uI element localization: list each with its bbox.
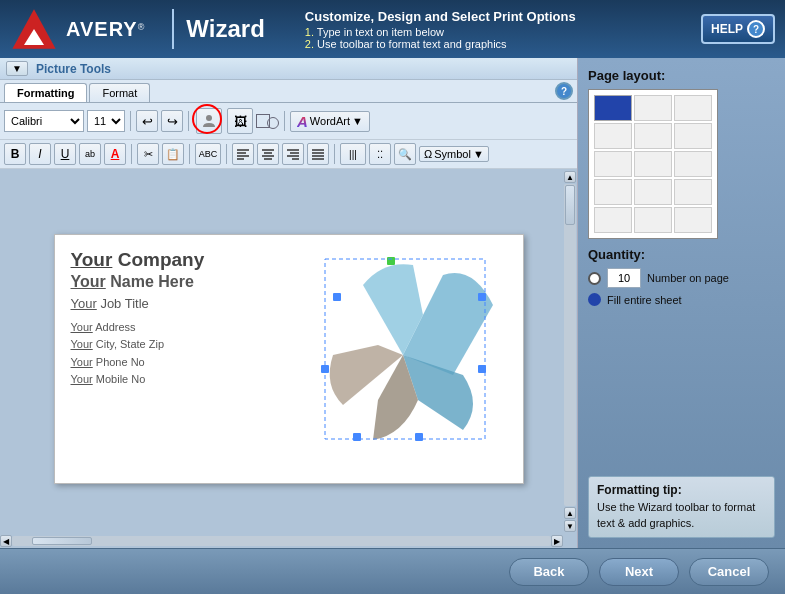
align-left-button[interactable] [232, 143, 254, 165]
horizontal-scrollbar[interactable]: ◀ ▶ [0, 534, 563, 548]
toolbar-tabs: Formatting Format ? [0, 80, 577, 103]
scroll-right-button[interactable]: ▶ [551, 535, 563, 547]
right-panel: Page layout: [578, 58, 785, 548]
vertical-scrollbar[interactable]: ▲ ▲ ▼ [563, 169, 577, 534]
label-preview[interactable]: Your Company Your Name Here Your Job Tit… [54, 234, 524, 484]
page-cell [634, 95, 672, 121]
avery-logo: AVERY® [10, 7, 144, 51]
help-tab-icon[interactable]: ? [555, 82, 573, 100]
page-cell [594, 151, 632, 177]
page-cell [674, 123, 712, 149]
page-cell [594, 123, 632, 149]
footer: Back Next Cancel [0, 548, 785, 594]
toolbar-sep-4 [131, 144, 132, 164]
back-button[interactable]: Back [509, 558, 589, 586]
number-on-page-label: Number on page [647, 272, 729, 284]
svg-rect-18 [333, 293, 341, 301]
svg-rect-17 [387, 257, 395, 265]
bold-button[interactable]: B [4, 143, 26, 165]
cancel-button[interactable]: Cancel [689, 558, 769, 586]
scroll-track-v [564, 184, 576, 506]
toolbar-row-2: B I U ab A ✂ 📋 ABC [0, 140, 577, 169]
wizard-label: Wizard [186, 15, 264, 43]
page-cell [634, 179, 672, 205]
avery-text: AVERY [66, 18, 138, 40]
formatting-tip-box: Formatting tip: Use the Wizard toolbar t… [588, 476, 775, 538]
toolbar-mini-arrow[interactable]: ▼ [6, 61, 28, 76]
scroll-up2-button[interactable]: ▲ [564, 507, 576, 519]
help-button[interactable]: HELP ? [701, 14, 775, 44]
radio-fill-sheet[interactable] [588, 293, 601, 306]
quantity-section: Quantity: Number on page Fill entire she… [588, 247, 775, 306]
page-layout-preview [588, 89, 718, 239]
toolbar-sep-7 [334, 144, 335, 164]
label-graphic[interactable] [303, 245, 503, 465]
page-cell [634, 207, 672, 233]
page-cell [674, 179, 712, 205]
app-header: AVERY® Wizard Customize, Design and Sele… [0, 0, 785, 58]
formatting-tip-title: Formatting tip: [597, 483, 766, 497]
scroll-left-button[interactable]: ◀ [0, 535, 12, 547]
quantity-label: Quantity: [588, 247, 775, 262]
header-instructions: Customize, Design and Select Print Optio… [305, 9, 576, 50]
radio-number-on-page[interactable] [588, 272, 601, 285]
svg-point-0 [206, 115, 212, 121]
strikethrough-button[interactable]: ab [79, 143, 101, 165]
font-name-select[interactable]: Calibri [4, 110, 84, 132]
formatting-tip-text: Use the Wizard toolbar to format text & … [597, 500, 766, 531]
page-cell [594, 179, 632, 205]
svg-rect-23 [415, 433, 423, 441]
cut-button[interactable]: ✂ [137, 143, 159, 165]
search-icon[interactable]: 🔍 [394, 143, 416, 165]
insert-image-button[interactable] [194, 106, 224, 136]
page-layout-section: Page layout: [588, 68, 775, 239]
left-panel: ▼ Picture Tools Formatting Format ? Cali… [0, 58, 578, 548]
scroll-thumb-v[interactable] [565, 185, 575, 225]
help-icon: ? [747, 20, 765, 38]
scroll-thumb-h[interactable] [32, 537, 92, 545]
page-cell-active [594, 95, 632, 121]
tab-formatting[interactable]: Formatting [4, 83, 87, 102]
next-button[interactable]: Next [599, 558, 679, 586]
toolbar-sep-3 [284, 111, 285, 131]
shapes-icon[interactable] [256, 113, 279, 129]
underline-button[interactable]: U [54, 143, 76, 165]
page-cell [634, 151, 672, 177]
font-color-button[interactable]: A [104, 143, 126, 165]
italic-button[interactable]: I [29, 143, 51, 165]
scroll-down-button[interactable]: ▼ [564, 520, 576, 532]
canvas-area: Your Company Your Name Here Your Job Tit… [0, 169, 577, 548]
main-area: ▼ Picture Tools Formatting Format ? Cali… [0, 58, 785, 548]
svg-rect-22 [353, 433, 361, 441]
quantity-input[interactable] [607, 268, 641, 288]
symbol-button[interactable]: Ω Symbol ▼ [419, 146, 489, 162]
dots-icon[interactable]: ⁚⁚ [369, 143, 391, 165]
abc-icon[interactable]: ABC [195, 143, 221, 165]
toolbar-row-1: Calibri 11 ↩ ↪ 🖼 [0, 103, 577, 140]
picture-tools-label: Picture Tools [36, 62, 111, 76]
page-cell [674, 95, 712, 121]
redo-button[interactable]: ↪ [161, 110, 183, 132]
align-center-button[interactable] [257, 143, 279, 165]
page-cell [634, 123, 672, 149]
toolbar-sep-1 [130, 111, 131, 131]
toolbar-sep-5 [189, 144, 190, 164]
undo-button[interactable]: ↩ [136, 110, 158, 132]
toolbar-header: ▼ Picture Tools [0, 58, 577, 80]
fill-sheet-label: Fill entire sheet [607, 294, 682, 306]
toolbar-sep-2 [188, 111, 189, 131]
header-divider [172, 9, 174, 49]
copy-button[interactable]: 📋 [162, 143, 184, 165]
justify-button[interactable] [307, 143, 329, 165]
tab-format[interactable]: Format [89, 83, 150, 102]
scroll-track-h [12, 536, 551, 546]
page-cell [674, 207, 712, 233]
align-right-button[interactable] [282, 143, 304, 165]
page-cell [594, 207, 632, 233]
page-layout-label: Page layout: [588, 68, 775, 83]
wordart-button[interactable]: A WordArt ▼ [290, 111, 370, 132]
font-size-select[interactable]: 11 [87, 110, 125, 132]
barcode-icon[interactable]: ||| [340, 143, 366, 165]
scroll-up-button[interactable]: ▲ [564, 171, 576, 183]
picture-icon-2[interactable]: 🖼 [227, 108, 253, 134]
